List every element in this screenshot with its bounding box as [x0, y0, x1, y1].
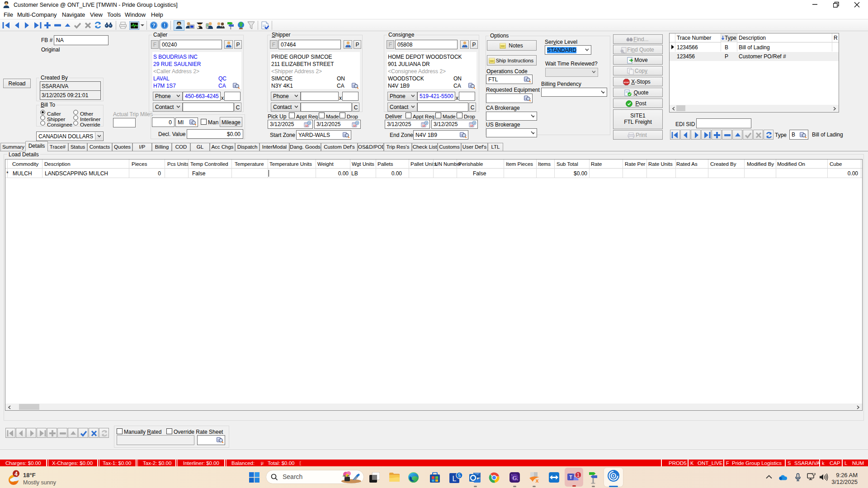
svg-text:1: 1 — [577, 472, 580, 478]
svg-text:4: 4 — [14, 471, 18, 477]
svg-text:G: G — [513, 474, 517, 481]
svg-text:T: T — [569, 475, 572, 480]
svg-text:!: ! — [164, 23, 165, 28]
svg-text:L: L — [453, 475, 457, 483]
svg-text:5: 5 — [458, 473, 461, 478]
svg-text:x: x — [535, 477, 539, 483]
svg-text:?: ? — [152, 23, 155, 28]
svg-text:12: 12 — [353, 124, 356, 127]
svg-text:STOP: STOP — [624, 81, 629, 84]
svg-text:12: 12 — [470, 124, 473, 127]
svg-text:12: 12 — [305, 124, 308, 127]
svg-text:12: 12 — [422, 124, 425, 127]
